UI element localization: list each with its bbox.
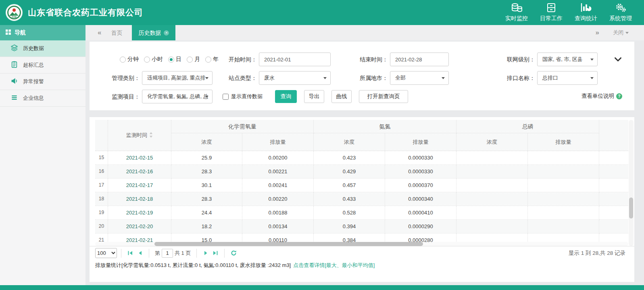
page-number-input[interactable] (162, 249, 173, 258)
subcol-concentration: 浓度 (456, 133, 528, 151)
subcol-emission: 排放量 (242, 133, 314, 151)
unit-link-label: 查看单位说明 (581, 92, 614, 100)
app-header: ZHB 山东省联合农药工业有限公司 实时监控 日常工作 查询统计 系统管 (0, 0, 644, 25)
bottom-accent-bar (0, 285, 644, 290)
tab-history-data[interactable]: 历史数据 (132, 25, 175, 40)
row-date-link[interactable]: 2021-02-16 (108, 165, 171, 179)
company-logo-icon: ZHB (6, 4, 23, 21)
row-date-link[interactable]: 2021-02-19 (108, 206, 171, 220)
row-value (456, 151, 528, 165)
row-date-link[interactable]: 2021-02-21 (108, 233, 171, 242)
radio-icon (187, 57, 193, 63)
sidebar-item-label: 历史数据 (23, 45, 44, 52)
row-value: 0.00221 (242, 165, 314, 179)
tabs-scroll-right-icon[interactable] (596, 29, 599, 37)
row-value: 0.384 (314, 233, 385, 242)
refresh-icon[interactable] (229, 249, 238, 258)
sidebar-item-history-data[interactable]: 历史数据 (0, 40, 85, 57)
layers-icon (11, 44, 18, 53)
row-date-link[interactable]: 2021-02-20 (108, 220, 171, 233)
table-header: 监测时间 化学需氧量 浓度 排放量 氨氮 浓度 排放量 (95, 120, 628, 151)
outlet-name-select[interactable]: 总排口 (537, 71, 598, 85)
vertical-scrollbar-thumb[interactable] (629, 198, 633, 219)
collapse-panel-icon[interactable] (615, 56, 621, 63)
city-select[interactable]: 全部 (390, 71, 449, 85)
curve-button[interactable]: 曲线 (331, 90, 352, 103)
header-filler (599, 120, 628, 151)
row-value: 0.423 (314, 151, 385, 165)
nav-realtime-monitor[interactable]: 实时监控 (505, 3, 528, 22)
direct-data-checkbox[interactable] (223, 94, 229, 100)
sidebar-item-exceedance-summary[interactable]: 超标汇总 (0, 57, 85, 74)
city-label: 所属地市： (351, 71, 388, 85)
period-radio[interactable]: 年 (205, 56, 219, 63)
monitor-items-label: 监测项目： (103, 90, 140, 103)
query-button[interactable]: 查询 (275, 90, 297, 103)
nav-query-statistics[interactable]: 查询统计 (575, 3, 597, 22)
nav-label: 查询统计 (575, 15, 597, 22)
nav-daily-work[interactable]: 日常工作 (540, 3, 563, 22)
export-button[interactable]: 导出 (304, 90, 324, 103)
site-type-select[interactable]: 废水 (259, 71, 331, 85)
tab-label: 首页 (111, 29, 122, 36)
nav-system-management[interactable]: 系统管理 (609, 3, 632, 22)
last-page-button[interactable] (210, 249, 220, 258)
horizontal-scrollbar-thumb[interactable] (154, 242, 423, 246)
page-total-label: 共 1 页 (175, 250, 191, 257)
network-level-label: 联网级别： (498, 53, 535, 66)
management-category-select[interactable]: 违规项目, 高架源, 重点排 (142, 71, 213, 85)
row-date-link[interactable]: 2021-02-17 (108, 179, 171, 192)
header-monitor-time[interactable]: 监测时间 (108, 120, 171, 151)
tab-home[interactable]: 首页 (101, 25, 132, 40)
header-nav: 实时监控 日常工作 查询统计 系统管理 (505, 3, 644, 22)
radio-icon (205, 57, 211, 63)
row-value (528, 165, 599, 179)
radio-icon (120, 57, 126, 63)
period-radio[interactable]: 日 (168, 56, 181, 63)
nav-label: 日常工作 (540, 15, 563, 22)
network-level-select[interactable]: 国家, 省, 市, 区县 (537, 53, 598, 66)
radio-icon (144, 57, 150, 63)
tab-close-icon[interactable] (164, 30, 169, 36)
start-time-input[interactable] (259, 53, 331, 66)
open-new-query-button[interactable]: 打开新查询页 (359, 90, 408, 103)
row-value (456, 192, 528, 206)
row-value: 0.528 (314, 206, 385, 220)
row-value: 0.0000280 (385, 233, 456, 242)
next-page-button[interactable] (201, 249, 210, 258)
tabs-scroll-left-icon[interactable] (98, 29, 101, 37)
horizontal-scrollbar[interactable] (95, 242, 628, 246)
row-date-link[interactable]: 2021-02-15 (108, 151, 171, 165)
select-value: 国家, 省, 市, 区县 (542, 56, 583, 62)
period-radio[interactable]: 月 (187, 56, 200, 63)
row-value: 28.3 (171, 192, 242, 206)
vertical-scrollbar[interactable] (629, 120, 634, 246)
nav-label: 系统管理 (609, 15, 632, 22)
row-value (528, 192, 599, 206)
detail-link[interactable]: 点击查看详情[最大、最小和平均值] (293, 262, 375, 268)
close-menu-label: 关闭 (613, 29, 623, 36)
end-time-input[interactable] (390, 53, 449, 66)
period-radio[interactable]: 小时 (144, 56, 163, 63)
sidebar-item-abnormal-alarm[interactable]: 异常报警 (0, 74, 85, 90)
close-tabs-menu[interactable]: 关闭 (613, 29, 629, 36)
period-radio[interactable]: 分钟 (120, 56, 139, 63)
first-page-button[interactable] (125, 249, 135, 258)
table-row: 162021-02-1628.30.002210.4290.0000330 (95, 165, 628, 179)
row-value: 0.00200 (242, 151, 314, 165)
period-label: 分钟 (127, 56, 139, 63)
start-time-label: 开始时间： (220, 53, 257, 66)
row-index: 18 (95, 192, 108, 206)
sidebar-item-enterprise-info[interactable]: 企业信息 (0, 90, 85, 107)
row-value: 0.429 (314, 165, 385, 179)
chart-icon (580, 3, 592, 14)
prev-page-button[interactable] (135, 249, 145, 258)
monitor-items-select[interactable]: 化学需氧量, 氨氮, 总磷, 总 (142, 90, 213, 103)
page-size-select[interactable]: 100 (95, 248, 117, 258)
row-date-link[interactable]: 2021-02-18 (108, 192, 171, 206)
row-value: 0.0000370 (385, 179, 456, 192)
unit-description-link[interactable]: 查看单位说明 (581, 92, 622, 100)
group-label: 总磷 (456, 120, 599, 133)
row-value: 0.0000330 (385, 151, 456, 165)
table-row: 172021-02-1730.10.002410.4570.0000370 (95, 179, 628, 192)
